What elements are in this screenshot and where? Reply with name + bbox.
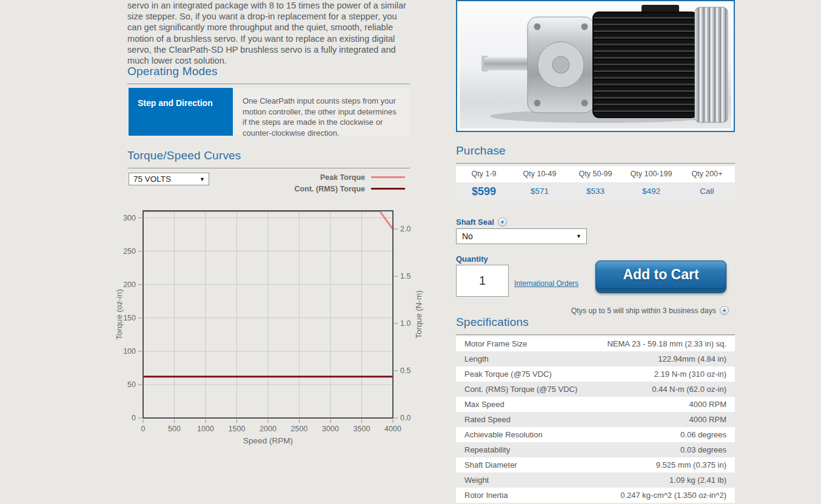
legend-label: Peak Torque — [320, 173, 365, 182]
svg-text:100: 100 — [123, 347, 136, 356]
legend-line-cont-torque — [371, 188, 405, 190]
chevron-down-icon: ▼ — [576, 229, 581, 244]
chevron-down-icon: ▼ — [199, 173, 205, 185]
spec-value: 122.94mm (4.84 in) — [658, 354, 726, 363]
price-value: $599 — [456, 182, 512, 201]
svg-text:2.0: 2.0 — [400, 225, 410, 233]
shaft-seal-info-plus-icon[interactable]: + — [498, 217, 507, 227]
spec-row: Length 122.94mm (4.84 in) — [456, 351, 735, 366]
spec-row: Rated Speed 4000 RPM — [456, 412, 735, 427]
spec-value: 1.09 kg (2.41 lb) — [669, 476, 726, 485]
spec-value: 0.44 N-m (62.0 oz-in) — [652, 385, 726, 394]
spec-label: Peak Torque (@75 VDC) — [464, 370, 552, 379]
svg-text:Torque (N-m): Torque (N-m) — [414, 290, 423, 339]
price-value: $533 — [568, 182, 623, 201]
quantity-label: Quantity — [456, 254, 488, 264]
spec-row: Rotor Inertia 0.247 kg-cm^2 (1.350 oz-in… — [456, 488, 735, 503]
shaft-seal-label: Shaft Seal — [456, 217, 494, 227]
mode-description: One ClearPath input counts steps from yo… — [233, 88, 410, 136]
svg-text:3000: 3000 — [322, 425, 339, 433]
legend-item-cont: Cont. (RMS) Torque — [295, 183, 405, 194]
torque-speed-heading: Torque/Speed Curves — [127, 149, 410, 168]
qty-tier-header: Qty 50-99 — [568, 166, 623, 182]
shaft-seal-label-row: Shaft Seal + — [456, 217, 507, 227]
price-table: Qty 1-9 Qty 10-49 Qty 50-99 Qty 100-199 … — [456, 166, 735, 201]
international-orders-link[interactable]: International Orders — [514, 279, 578, 288]
svg-text:Speed (RPM): Speed (RPM) — [243, 436, 293, 445]
svg-text:50: 50 — [127, 380, 136, 389]
shipping-info-plus-icon[interactable]: + — [720, 306, 729, 315]
legend-item-peak: Peak Torque — [295, 171, 405, 183]
spec-label: Achievable Resolution — [464, 430, 543, 439]
spec-value: 0.03 degrees — [680, 445, 726, 454]
add-to-cart-label: Add to Cart — [595, 260, 726, 289]
qty-tier-header: Qty 10-49 — [512, 166, 568, 182]
spec-value: 4000 RPM — [689, 400, 726, 409]
chart-legend: Peak Torque Cont. (RMS) Torque — [295, 171, 405, 194]
svg-text:Torque (oz-in): Torque (oz-in) — [115, 289, 124, 339]
quantity-input[interactable] — [456, 265, 509, 297]
svg-text:4000: 4000 — [384, 425, 401, 433]
operating-modes-row: Step and Direction One ClearPath input c… — [129, 88, 410, 136]
shipping-note-text: Qtys up to 5 will ship within 3 business… — [571, 307, 716, 315]
spec-label: Max Speed — [464, 400, 504, 409]
spec-value: 0.06 degrees — [680, 430, 726, 439]
add-to-cart-button[interactable]: Add to Cart — [595, 260, 726, 293]
spec-label: Repeatability — [464, 445, 510, 454]
product-image-background — [460, 4, 731, 128]
svg-text:2500: 2500 — [291, 425, 308, 433]
svg-text:150: 150 — [123, 314, 136, 322]
shaft-seal-select-value: No — [462, 231, 473, 241]
spec-row: Weight 1.09 kg (2.41 lb) — [456, 472, 735, 488]
spec-label: Weight — [464, 476, 489, 485]
spec-value: NEMA 23 - 59.18 mm (2.33 in) sq. — [607, 339, 726, 348]
qty-tier-header: Qty 200+ — [679, 166, 735, 182]
svg-text:1.0: 1.0 — [400, 319, 410, 328]
voltage-select[interactable]: 75 VOLTS ▼ — [129, 173, 209, 185]
svg-text:0.0: 0.0 — [400, 414, 410, 422]
price-value: $492 — [623, 182, 679, 201]
right-column: Purchase Qty 1-9 Qty 10-49 Qty 50-99 Qty… — [456, 0, 735, 504]
svg-text:500: 500 — [168, 425, 181, 433]
spec-value: 4000 RPM — [689, 415, 726, 424]
svg-text:0.5: 0.5 — [400, 366, 410, 375]
svg-text:0: 0 — [141, 425, 146, 433]
svg-text:1500: 1500 — [229, 425, 246, 433]
spec-label: Length — [464, 354, 489, 363]
qty-tier-header: Qty 1-9 — [456, 166, 512, 182]
spec-value: 9.525 mm (0.375 in) — [656, 460, 726, 469]
spec-row: Cont. (RMS) Torque (@75 VDC) 0.44 N-m (6… — [456, 382, 735, 397]
svg-text:3500: 3500 — [354, 425, 370, 433]
specifications-table: Motor Frame Size NEMA 23 - 59.18 mm (2.3… — [456, 336, 735, 503]
mode-tab-label: Step and Direction — [138, 98, 213, 108]
torque-speed-chart: 0501001502002503000.00.51.01.52.00500100… — [114, 208, 432, 448]
spec-label: Shaft Diameter — [464, 460, 517, 469]
legend-line-peak-torque — [371, 176, 405, 178]
svg-text:200: 200 — [123, 280, 136, 289]
mode-tab-step-and-direction[interactable]: Step and Direction — [129, 88, 233, 136]
operating-modes-heading: Operating Modes — [127, 65, 410, 84]
svg-text:2000: 2000 — [260, 425, 276, 433]
spec-value: 2.19 N-m (310 oz-in) — [654, 370, 726, 379]
price-table-header: Qty 1-9 Qty 10-49 Qty 50-99 Qty 100-199 … — [456, 166, 735, 182]
purchase-heading: Purchase — [456, 144, 735, 164]
spec-row: Max Speed 4000 RPM — [456, 397, 735, 412]
svg-text:1.5: 1.5 — [400, 272, 410, 280]
spec-row: Shaft Diameter 9.525 mm (0.375 in) — [456, 457, 735, 472]
motor-illustration — [460, 4, 731, 128]
qty-tier-header: Qty 100-199 — [623, 166, 679, 182]
price-table-values: $599 $571 $533 $492 Call — [456, 182, 735, 201]
shaft-seal-select[interactable]: No ▼ — [456, 228, 587, 244]
product-page: servo in an integrated package with 8 to… — [0, 0, 821, 504]
svg-text:300: 300 — [123, 214, 136, 222]
spec-label: Cont. (RMS) Torque (@75 VDC) — [464, 385, 577, 394]
intro-paragraph: servo in an integrated package with 8 to… — [127, 0, 410, 66]
svg-text:250: 250 — [123, 247, 136, 256]
spec-row: Repeatability 0.03 degrees — [456, 442, 735, 457]
spec-label: Rated Speed — [464, 415, 511, 424]
svg-text:1000: 1000 — [197, 425, 214, 433]
spec-value: 0.247 kg-cm^2 (1.350 oz-in^2) — [620, 491, 726, 500]
spec-row: Peak Torque (@75 VDC) 2.19 N-m (310 oz-i… — [456, 366, 735, 382]
spec-label: Rotor Inertia — [464, 491, 508, 500]
product-image — [456, 0, 735, 132]
